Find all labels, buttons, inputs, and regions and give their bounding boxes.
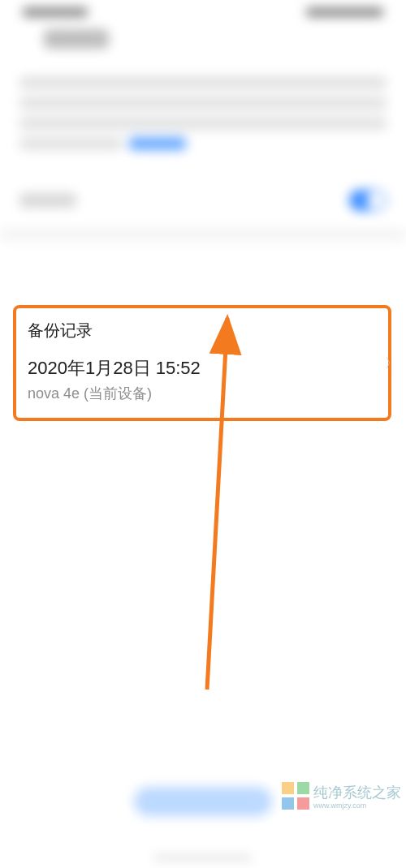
watermark-url: www.wmjzy.com (313, 801, 401, 810)
separator (0, 229, 406, 240)
back-icon[interactable] (11, 30, 29, 48)
blurred-background (0, 0, 406, 868)
chevron-right-icon: 〉 (385, 355, 398, 372)
status-left (23, 7, 88, 17)
title-bar (0, 24, 406, 55)
backup-record-title: 备份记录 (28, 320, 377, 342)
watermark: 纯净系统之家 www.wmjzy.com (282, 782, 401, 810)
toggle-switch[interactable] (349, 190, 387, 211)
watermark-text: 纯净系统之家 (313, 784, 401, 801)
status-right (306, 7, 383, 17)
home-indicator (154, 856, 252, 860)
backup-record-timestamp: 2020年1月28日 15:52 (28, 356, 377, 380)
backup-record-device: nova 4e (当前设备) (28, 384, 377, 403)
description-block (0, 55, 406, 169)
primary-button[interactable] (134, 787, 272, 816)
toggle-label (19, 193, 76, 208)
link[interactable] (129, 137, 186, 150)
toggle-row (0, 169, 406, 229)
watermark-logo (282, 782, 309, 810)
page-title (44, 29, 109, 49)
backup-record-card[interactable]: 备份记录 2020年1月28日 15:52 nova 4e (当前设备) 〉 (13, 305, 391, 421)
status-bar (0, 0, 406, 24)
